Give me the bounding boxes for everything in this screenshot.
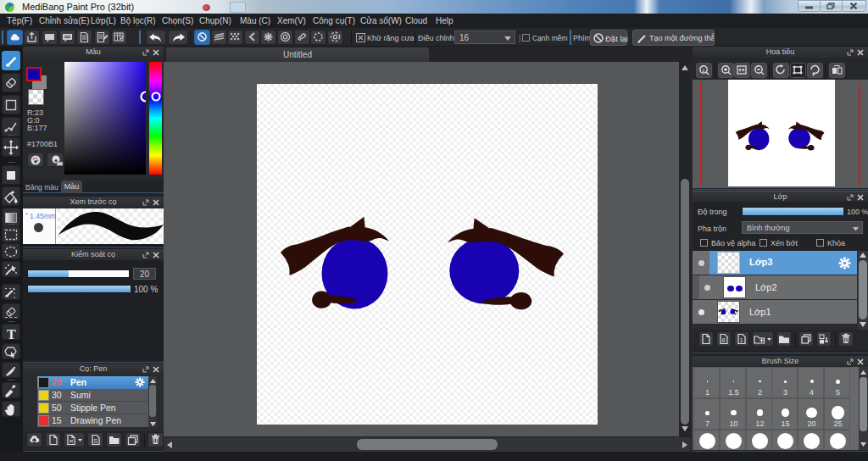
svg-text:S: S xyxy=(93,437,97,445)
svg-text:T: T xyxy=(7,327,16,342)
svg-text:1: 1 xyxy=(702,68,705,73)
svg-text:8: 8 xyxy=(722,336,726,344)
svg-text:1: 1 xyxy=(740,336,743,344)
